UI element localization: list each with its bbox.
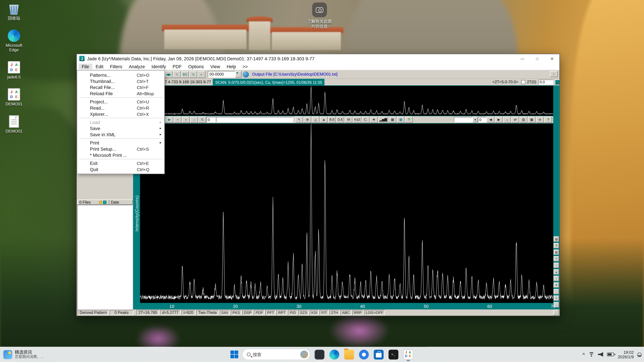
clock[interactable]: 19:02 2026/1/9: [618, 350, 634, 359]
pan-range-button[interactable]: ◀▶: [165, 71, 172, 78]
taskbar-terminal-icon[interactable]: >_: [388, 348, 399, 361]
wifi-icon[interactable]: [589, 352, 594, 357]
clear-overlay-button[interactable]: ⊘: [536, 117, 544, 123]
file-menu-item-thumbnail[interactable]: Thumbnail...Ctrl+T: [78, 78, 164, 84]
grid-teal-button[interactable]: ▦: [397, 117, 405, 123]
globe-button[interactable]: ◐: [198, 71, 206, 78]
peak-id-tool-button[interactable]: △: [312, 117, 320, 123]
chevron-down-icon[interactable]: ▼: [473, 117, 478, 122]
profile-curve-button[interactable]: ∿: [173, 71, 181, 78]
scroll-up-button[interactable]: ↑: [554, 263, 559, 268]
full-range-button[interactable]: ↔: [503, 117, 511, 123]
overview-pattern-chart[interactable]: [140, 86, 553, 116]
status-flag-ksi[interactable]: KSI: [310, 310, 319, 315]
file-menu-item-project[interactable]: Project...Ctrl+U: [78, 98, 164, 105]
scroll-top-button[interactable]: ⇑: [554, 256, 559, 261]
file-menu-item-save[interactable]: Save▸: [78, 125, 164, 131]
menu-options[interactable]: Options: [185, 63, 207, 69]
menu-analyze[interactable]: Analyze: [126, 63, 148, 69]
two-theta-zero-checkbox[interactable]: [521, 80, 525, 84]
fast-right-button[interactable]: »: [182, 117, 190, 123]
anchor-off-button[interactable]: A: [370, 117, 378, 123]
file-menu-item-exit[interactable]: ExitCtrl+E: [78, 160, 164, 166]
layout-button[interactable]: ▥: [554, 250, 559, 255]
overlay-view-button[interactable]: ▦: [528, 117, 536, 123]
ka2-strip-toolbar-button[interactable]: ½: [189, 71, 197, 78]
desktop-icon-demo01-mdi[interactable]: JADEDEMO01: [2, 88, 26, 106]
status-flag-2th[interactable]: 2TH: [330, 310, 340, 315]
step-right-button[interactable]: ▶: [166, 117, 174, 123]
right-help-button[interactable]: ?: [544, 117, 552, 123]
annotation-input[interactable]: [216, 117, 293, 122]
stack-view-button[interactable]: ▥: [520, 117, 528, 123]
taskbar-app-dark-icon[interactable]: [314, 348, 325, 361]
desktop-icon-recycle-bin[interactable]: 回收站: [2, 2, 26, 21]
file-menu-item-patterns[interactable]: Patterns...Ctrl+O: [78, 72, 164, 78]
pdf-number-combo[interactable]: 00-0000 ▼: [208, 71, 242, 78]
grid-button[interactable]: ▦: [388, 117, 396, 123]
photo-info-button[interactable]: [312, 2, 327, 17]
menu-view[interactable]: View: [207, 63, 224, 69]
dock-arrow-button[interactable]: ↓: [550, 71, 558, 77]
file-menu-item-microsoft-print[interactable]: * Microsoft Print ...: [78, 152, 164, 158]
zoom-tool-button[interactable]: ⊕: [304, 117, 312, 123]
maximize-button[interactable]: □: [530, 54, 544, 63]
expand-x-button[interactable]: ↔: [190, 117, 198, 123]
overlay-offset-input[interactable]: [478, 117, 486, 122]
search-box[interactable]: 搜索: [242, 349, 310, 360]
taskbar-store-icon[interactable]: [373, 348, 384, 361]
status-flag-szs[interactable]: SZS: [298, 310, 309, 315]
status-flag-pks[interactable]: PKS: [231, 310, 242, 315]
start-button[interactable]: [230, 350, 238, 359]
pan-left-button[interactable]: ◀: [487, 117, 494, 123]
calibrate-button[interactable]: C.: [362, 117, 370, 123]
file-menu-item-print[interactable]: Print▸: [78, 140, 164, 146]
file-menu-item-read[interactable]: Read...Ctrl+R: [78, 105, 164, 111]
status-flag-pid[interactable]: PID: [288, 310, 298, 315]
taskbar-jade-icon[interactable]: JADE: [402, 348, 414, 361]
zoom-y-out-button[interactable]: ▼: [554, 282, 559, 288]
file-menu-item-quit[interactable]: QuitCtrl+Q: [78, 166, 164, 172]
pointer-tool-button[interactable]: ↖: [295, 117, 303, 123]
side-help-button[interactable]: ?: [554, 243, 559, 248]
date-column-header[interactable]: Date: [109, 200, 132, 204]
retrieve-globe-icon[interactable]: [243, 71, 249, 78]
battery-icon[interactable]: [607, 353, 614, 356]
menu-more[interactable]: >>: [239, 63, 251, 69]
hidden-icons-chevron[interactable]: ^: [582, 352, 585, 357]
notification-icon[interactable]: [638, 352, 642, 356]
file-menu-item-load[interactable]: Load▸: [78, 119, 164, 125]
overlay-combo[interactable]: ▼: [454, 117, 478, 122]
status-flag-pft[interactable]: PFT: [266, 310, 276, 315]
ka2-button[interactable]: Kα2: [353, 117, 362, 123]
title-bar[interactable]: J Jade 6 [lzy*/Materials Data, Inc.] Fri…: [77, 54, 560, 63]
file-menu-item-recall-file[interactable]: Recall File...Ctrl+F: [78, 84, 164, 90]
status-flag-pdf[interactable]: PDF: [254, 310, 265, 315]
desktop-icon-jade6-5[interactable]: JADEjade6.5: [2, 61, 26, 79]
rescale-y-button[interactable]: ⇅: [198, 117, 206, 123]
close-button[interactable]: ✕: [544, 54, 559, 63]
menu-pdf[interactable]: PDF: [170, 63, 185, 69]
histogram-button[interactable]: ▂▅▇: [378, 117, 388, 123]
menu-help[interactable]: Help: [224, 63, 239, 69]
area-tool-button[interactable]: ▲: [320, 117, 328, 123]
minimize-button[interactable]: —: [515, 54, 530, 63]
file-menu-item-print-setup[interactable]: Print Setup...Ctrl+S: [78, 146, 164, 152]
status-flag-dsp[interactable]: DSP: [242, 310, 253, 315]
file-list-header[interactable]: 0 Files Date: [77, 199, 133, 205]
status-flag-rrp[interactable]: RRP: [352, 310, 363, 315]
scroll-bottom-button[interactable]: ⇓: [554, 296, 559, 301]
fit-y-button[interactable]: ↕: [554, 276, 559, 281]
zoom-y-in-button[interactable]: ▲: [554, 269, 559, 275]
menu-filters[interactable]: Filters: [107, 63, 126, 69]
offset-input[interactable]: [206, 117, 216, 122]
file-list[interactable]: [77, 205, 133, 310]
file-menu-item-save-in-xml[interactable]: Save in XML▸: [78, 131, 164, 138]
background-edit-button[interactable]: B.E: [328, 117, 336, 123]
volume-icon[interactable]: [598, 352, 604, 357]
desktop-icon-microsoft-edge[interactable]: Microsoft Edge: [2, 29, 26, 52]
fit-x-button[interactable]: ↔: [554, 302, 559, 307]
menu-identify[interactable]: Identify: [148, 63, 170, 69]
taskbar-edge-icon[interactable]: [328, 348, 340, 361]
status-flag-rpt[interactable]: RPT: [276, 310, 287, 315]
